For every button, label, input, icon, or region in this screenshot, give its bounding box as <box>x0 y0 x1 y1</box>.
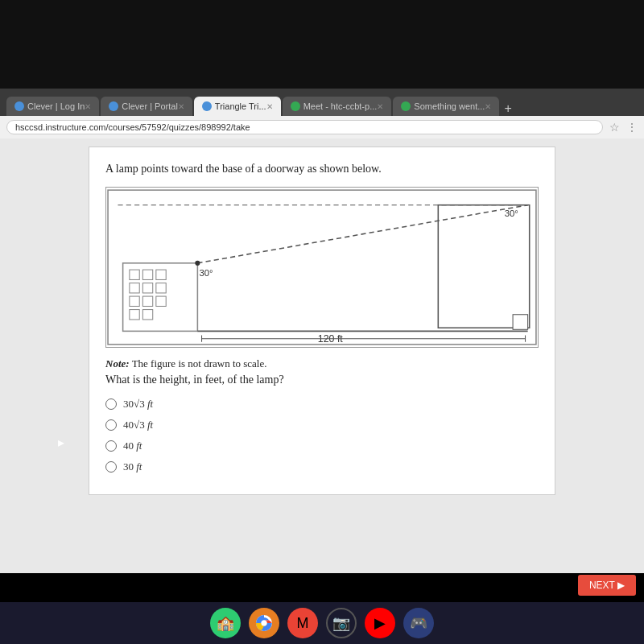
browser-chrome: Clever | Log In ✕ Clever | Portal ✕ Tria… <box>0 89 644 138</box>
options-list: 30√3 ft 40√3 ft 40 ft 30 ft <box>105 398 539 473</box>
tab-meet[interactable]: Meet - htc-ccbt-p... ✕ <box>283 97 392 116</box>
tab-close-icon[interactable]: ✕ <box>377 102 383 111</box>
taskbar-icon-gmail[interactable]: M <box>287 608 318 638</box>
bookmark-icon[interactable]: ☆ <box>609 121 620 134</box>
question-box: A lamp points toward the base of a doorw… <box>89 147 555 495</box>
radio-option-1[interactable] <box>105 398 117 410</box>
tab-icon <box>202 101 212 111</box>
question-text: A lamp points toward the base of a doorw… <box>105 160 539 177</box>
svg-rect-12 <box>156 296 166 306</box>
option-3-label: 40 ft <box>123 440 142 452</box>
diagram-container: 30° 30° 120 ft <box>105 187 539 348</box>
taskbar: 🏫 M 📷 ▶ 🎮 <box>0 602 644 644</box>
tab-clever-login[interactable]: Clever | Log In ✕ <box>6 97 99 116</box>
tab-clever-portal[interactable]: Clever | Portal ✕ <box>101 97 192 116</box>
taskbar-icon-chrome[interactable] <box>249 608 279 638</box>
svg-point-26 <box>262 621 267 626</box>
tab-bar: Clever | Log In ✕ Clever | Portal ✕ Tria… <box>0 92 644 116</box>
svg-rect-7 <box>130 283 139 293</box>
question-prompt: What is the height, in feet, of the lamp… <box>105 374 539 386</box>
taskbar-icon-game[interactable]: 🎮 <box>403 608 434 638</box>
svg-rect-9 <box>156 283 166 293</box>
svg-rect-4 <box>130 270 139 279</box>
taskbar-icon-school[interactable]: 🏫 <box>210 608 241 638</box>
tab-icon <box>14 101 24 111</box>
tab-triangle[interactable]: Triangle Tri... ✕ <box>194 97 281 116</box>
svg-rect-13 <box>130 310 139 320</box>
svg-text:30°: 30° <box>199 268 213 278</box>
page-content: A lamp points toward the base of a doorw… <box>0 138 644 573</box>
menu-icon[interactable]: ⋮ <box>626 121 638 134</box>
tab-icon <box>401 101 411 111</box>
diagram-svg: 30° 30° 120 ft <box>106 188 538 347</box>
tab-icon <box>291 101 300 111</box>
svg-point-24 <box>195 261 200 266</box>
option-3[interactable]: 40 ft <box>105 440 539 452</box>
top-black-bar <box>0 0 644 89</box>
option-1-label: 30√3 ft <box>123 398 153 411</box>
option-1[interactable]: 30√3 ft <box>105 398 539 411</box>
svg-rect-8 <box>142 283 152 293</box>
option-2[interactable]: 40√3 ft <box>105 419 539 431</box>
svg-text:30°: 30° <box>505 208 518 218</box>
svg-rect-11 <box>142 296 152 306</box>
option-2-label: 40√3 ft <box>123 419 153 431</box>
option-4-label: 30 ft <box>123 460 142 473</box>
new-tab-button[interactable]: + <box>504 101 511 116</box>
svg-rect-14 <box>142 310 152 320</box>
radio-option-3[interactable] <box>105 440 117 452</box>
svg-rect-10 <box>130 296 139 306</box>
tab-close-icon[interactable]: ✕ <box>85 102 91 111</box>
address-bar-row: hsccsd.instructure.com/courses/57592/qui… <box>0 116 644 138</box>
radio-option-4[interactable] <box>105 461 117 473</box>
radio-option-2[interactable] <box>105 419 117 431</box>
tab-icon <box>109 101 118 111</box>
svg-rect-6 <box>156 270 166 279</box>
svg-rect-1 <box>438 205 529 328</box>
option-4[interactable]: 30 ft <box>105 460 539 473</box>
svg-rect-5 <box>142 270 152 279</box>
tab-close-icon[interactable]: ✕ <box>178 102 184 111</box>
next-button[interactable]: NEXT ▶ <box>578 575 636 596</box>
tab-close-icon[interactable]: ✕ <box>485 102 491 111</box>
taskbar-icon-camera[interactable]: 📷 <box>326 608 357 638</box>
address-bar[interactable]: hsccsd.instructure.com/courses/57592/qui… <box>6 120 603 134</box>
svg-rect-2 <box>513 315 528 330</box>
tab-close-icon[interactable]: ✕ <box>266 102 273 111</box>
note-text: Note: The figure is not drawn to scale. <box>105 357 539 370</box>
tab-something[interactable]: Something went... ✕ <box>393 97 499 116</box>
taskbar-icon-youtube[interactable]: ▶ <box>365 608 395 638</box>
